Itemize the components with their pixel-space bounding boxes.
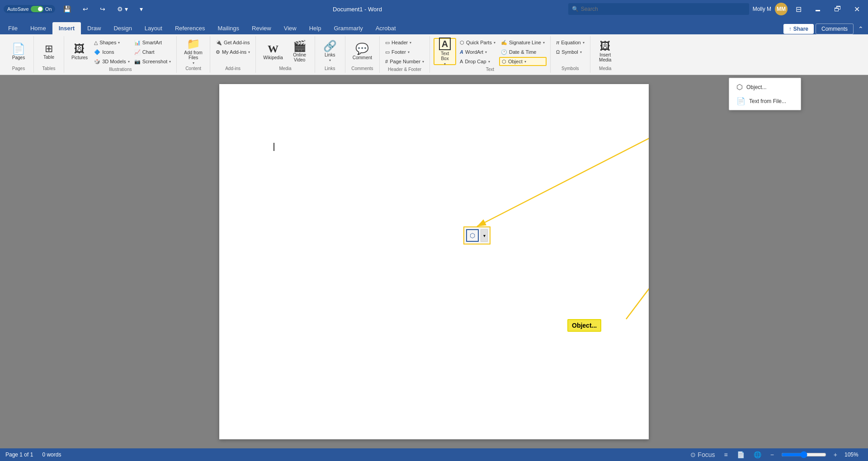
page-number-button[interactable]: # Page Number ▾ bbox=[383, 57, 426, 66]
dropdown-item-text-from-file[interactable]: 📄 Text from File... bbox=[729, 94, 801, 108]
table-button[interactable]: ⊞ Table bbox=[38, 38, 60, 65]
tab-review[interactable]: Review bbox=[245, 22, 278, 34]
shapes-icon: △ bbox=[94, 40, 98, 46]
autosave-toggle[interactable] bbox=[31, 6, 43, 12]
smartart-icon: 📊 bbox=[134, 40, 141, 46]
my-addins-button[interactable]: ⚙ My Add-ins ▾ bbox=[214, 47, 252, 56]
read-mode-button[interactable]: ≡ bbox=[722, 450, 729, 459]
ribbon-group-insert-media: 🖼 InsertMedia Media bbox=[590, 36, 620, 73]
zoom-out-button[interactable]: − bbox=[769, 450, 776, 459]
undo-button[interactable]: ↩ bbox=[79, 4, 92, 14]
object-button[interactable]: ⬡ Object ▾ bbox=[499, 57, 547, 66]
pictures-button[interactable]: 🖼 Pictures bbox=[68, 38, 91, 65]
date-time-button[interactable]: 🕐 Date & Time bbox=[499, 47, 547, 56]
icons-button[interactable]: 🔷 Icons bbox=[92, 47, 132, 56]
restore-button[interactable]: 🗗 bbox=[830, 3, 846, 15]
titlebar-right: 🔍 Molly M MM ⊟ 🗕 🗗 ✕ bbox=[568, 3, 864, 15]
zoom-in-button[interactable]: + bbox=[832, 450, 839, 459]
tab-acrobat[interactable]: Acrobat bbox=[369, 22, 402, 34]
document-title: Document1 - Word bbox=[333, 6, 382, 13]
comment-button[interactable]: 💬 Comment bbox=[349, 38, 376, 65]
annotation-arrows bbox=[219, 84, 649, 439]
close-button[interactable]: ✕ bbox=[849, 3, 864, 15]
zoom-level: 105% bbox=[844, 452, 863, 458]
quick-parts-button[interactable]: ⬡ Quick Parts ▾ bbox=[458, 38, 497, 47]
more-commands-button[interactable]: ▾ bbox=[136, 4, 146, 14]
text-box-button[interactable]: A TextBox ▾ bbox=[434, 38, 456, 65]
object-inline-control[interactable]: ⬡ ▾ bbox=[463, 226, 491, 245]
layout-toggle-button[interactable]: ⊟ bbox=[791, 3, 806, 15]
shapes-button[interactable]: △ Shapes ▾ bbox=[92, 38, 132, 47]
object-icon: ⬡ bbox=[502, 59, 506, 65]
add-from-files-dropdown-icon: ▾ bbox=[193, 61, 194, 65]
pages-button[interactable]: 📄 Pages bbox=[7, 38, 30, 65]
3d-models-button[interactable]: 🎲 3D Models ▾ bbox=[92, 57, 132, 66]
svg-line-0 bbox=[477, 84, 649, 226]
screenshot-button[interactable]: 📷 Screenshot ▾ bbox=[132, 57, 173, 66]
add-from-files-icon: 📁 bbox=[187, 38, 200, 49]
object-inline-dropdown-button[interactable]: ▾ bbox=[481, 229, 488, 242]
ribbon-collapse-button[interactable]: ⌃ bbox=[855, 24, 866, 34]
autosave-label: AutoSave bbox=[7, 6, 29, 12]
equation-button[interactable]: π Equation ▾ bbox=[554, 38, 586, 47]
wordart-button[interactable]: A WordArt ▾ bbox=[458, 47, 497, 56]
minimize-button[interactable]: 🗕 bbox=[810, 3, 826, 15]
statusbar-right: ⊙ Focus ≡ 📄 🌐 − + 105% bbox=[689, 450, 863, 459]
tab-references[interactable]: References bbox=[169, 22, 211, 34]
tab-file[interactable]: File bbox=[2, 22, 24, 34]
links-dropdown-icon: ▾ bbox=[329, 58, 331, 62]
links-button[interactable]: 🔗 Links ▾ bbox=[319, 38, 341, 65]
user-name: Molly M bbox=[753, 6, 771, 12]
zoom-slider[interactable] bbox=[781, 451, 826, 458]
dropdown-item-object[interactable]: ⬡ Object... bbox=[729, 80, 801, 94]
tab-grammarly[interactable]: Grammarly bbox=[327, 22, 369, 34]
save-button[interactable]: 💾 bbox=[60, 4, 75, 14]
document-page[interactable]: ⬡ ▾ Object... bbox=[219, 84, 649, 439]
document-area[interactable]: ⬡ ▾ Object... bbox=[0, 75, 868, 448]
share-button[interactable]: ↑ Share bbox=[783, 24, 814, 34]
get-addins-icon: 🔌 bbox=[216, 40, 222, 46]
ribbon-group-addins: 🔌 Get Add-ins ⚙ My Add-ins ▾ Add-ins bbox=[210, 36, 256, 73]
redo-button[interactable]: ↪ bbox=[96, 4, 109, 14]
share-label: Share bbox=[793, 26, 808, 32]
print-layout-button[interactable]: 📄 bbox=[735, 450, 746, 459]
dropdown-object-label: Object... bbox=[746, 84, 767, 90]
ribbon-group-links: 🔗 Links ▾ Links bbox=[315, 36, 345, 73]
comments-label: Comments bbox=[821, 26, 848, 32]
get-addins-button[interactable]: 🔌 Get Add-ins bbox=[214, 38, 252, 47]
drop-cap-button[interactable]: A Drop Cap ▾ bbox=[458, 57, 497, 66]
chart-button[interactable]: 📈 Chart bbox=[132, 47, 173, 56]
search-icon: 🔍 bbox=[572, 6, 579, 12]
insert-media-button[interactable]: 🖼 InsertMedia bbox=[594, 38, 617, 65]
footer-button[interactable]: ▭ Footer ▾ bbox=[383, 47, 426, 56]
symbol-button[interactable]: Ω Symbol ▾ bbox=[554, 47, 586, 56]
web-layout-button[interactable]: 🌐 bbox=[752, 450, 763, 459]
tab-home[interactable]: Home bbox=[24, 22, 52, 34]
tab-layout[interactable]: Layout bbox=[138, 22, 169, 34]
autosave-control[interactable]: AutoSave On bbox=[4, 5, 55, 13]
header-button[interactable]: ▭ Header ▾ bbox=[383, 38, 426, 47]
dropdown-object-icon: ⬡ bbox=[736, 83, 743, 91]
footer-icon: ▭ bbox=[385, 49, 390, 55]
pages-icon: 📄 bbox=[12, 43, 25, 54]
wikipedia-button[interactable]: W Wikipedia bbox=[259, 38, 286, 65]
comments-button[interactable]: Comments bbox=[816, 24, 854, 34]
header-icon: ▭ bbox=[385, 40, 390, 46]
focus-button[interactable]: ⊙ Focus bbox=[689, 450, 717, 459]
tab-insert[interactable]: Insert bbox=[52, 22, 81, 34]
tab-help[interactable]: Help bbox=[303, 22, 328, 34]
avatar-initials: MM bbox=[777, 6, 786, 12]
header-dropdown-icon: ▾ bbox=[410, 41, 411, 45]
tab-mailings[interactable]: Mailings bbox=[211, 22, 245, 34]
tab-view[interactable]: View bbox=[278, 22, 303, 34]
smartart-button[interactable]: 📊 SmartArt bbox=[132, 38, 173, 47]
ribbon-group-symbols: π Equation ▾ Ω Symbol ▾ Symbols bbox=[551, 36, 590, 73]
autosave-options-button[interactable]: ⚙ ▾ bbox=[113, 4, 132, 14]
tab-design[interactable]: Design bbox=[107, 22, 138, 34]
add-from-files-button[interactable]: 📁 Add fromFiles ▾ bbox=[180, 38, 206, 65]
search-input[interactable] bbox=[568, 3, 749, 15]
online-video-button[interactable]: 🎬 OnlineVideo bbox=[288, 38, 311, 65]
tab-draw[interactable]: Draw bbox=[81, 22, 107, 34]
avatar[interactable]: MM bbox=[775, 3, 788, 15]
signature-line-button[interactable]: ✍ Signature Line ▾ bbox=[499, 38, 547, 47]
